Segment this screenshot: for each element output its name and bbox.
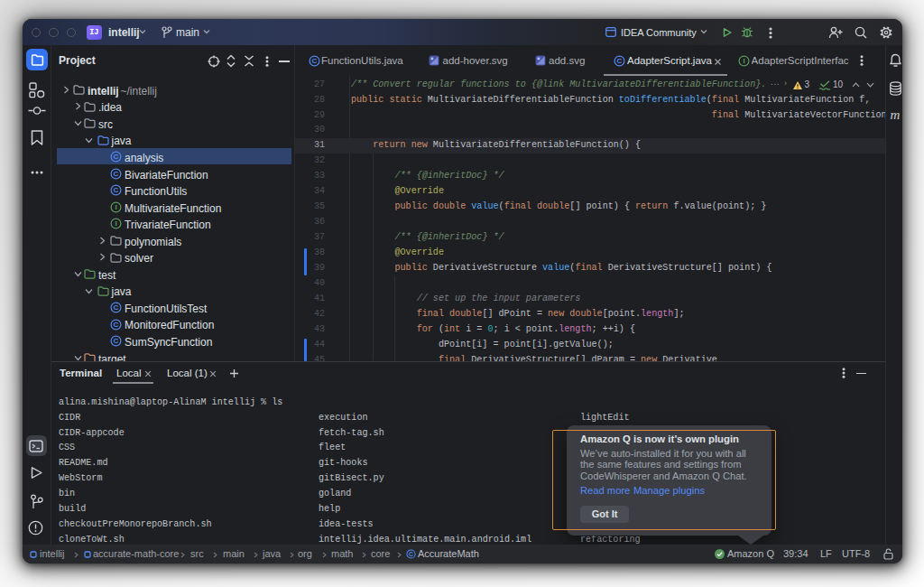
svg-text:C: C: [409, 551, 413, 557]
svg-text:C: C: [113, 321, 118, 329]
svg-text:C: C: [113, 153, 118, 161]
svg-text:C: C: [113, 303, 118, 312]
svg-text:I: I: [743, 57, 744, 65]
svg-text:C: C: [113, 337, 118, 345]
svg-text:C: C: [113, 170, 118, 178]
svg-text:C: C: [113, 186, 118, 194]
svg-text:C: C: [311, 57, 317, 65]
svg-text:I: I: [115, 203, 116, 211]
svg-text:C: C: [617, 57, 623, 65]
svg-text:I: I: [115, 220, 116, 228]
